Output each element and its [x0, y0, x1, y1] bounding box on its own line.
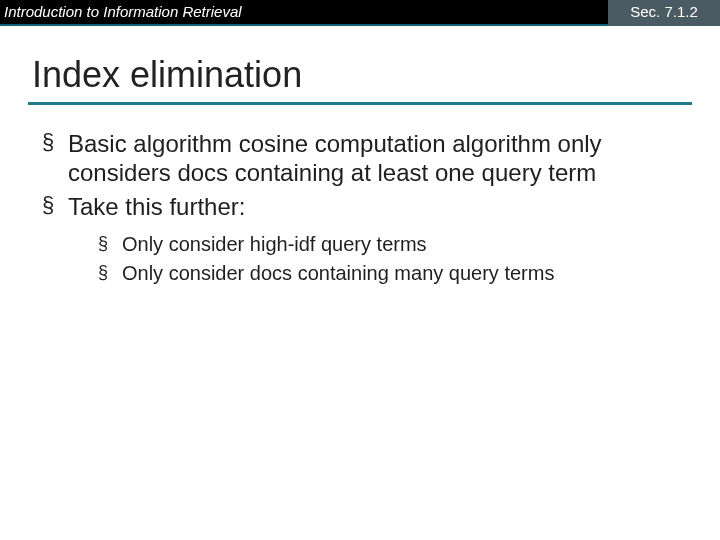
bullet-item: Take this further: Only consider high-id… — [40, 192, 680, 287]
slide-title: Index elimination — [32, 54, 720, 96]
bullet-text: Take this further: — [68, 193, 245, 220]
bullet-list: Basic algorithm cosine computation algor… — [40, 129, 680, 287]
sub-bullet-list: Only consider high-idf query terms Only … — [96, 231, 680, 287]
header-section-number: Sec. 7.1.2 — [608, 0, 720, 26]
bullet-item: Basic algorithm cosine computation algor… — [40, 129, 680, 188]
slide-content: Basic algorithm cosine computation algor… — [40, 129, 680, 287]
sub-bullet-item: Only consider high-idf query terms — [96, 231, 680, 258]
title-underline — [28, 102, 692, 105]
header-course-title: Introduction to Information Retrieval — [0, 0, 608, 26]
sub-bullet-item: Only consider docs containing many query… — [96, 260, 680, 287]
slide-header: Introduction to Information Retrieval Se… — [0, 0, 720, 26]
